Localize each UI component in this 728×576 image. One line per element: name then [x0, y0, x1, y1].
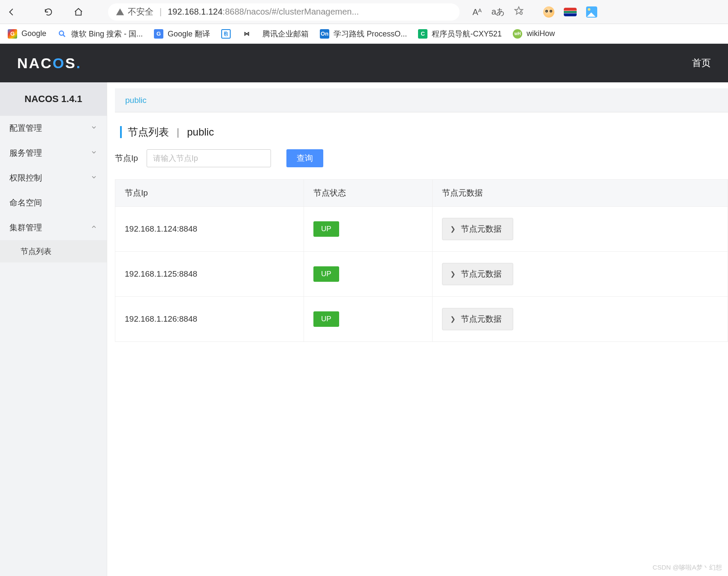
node-ip-input[interactable] [147, 149, 271, 167]
nacos-logo: NACOS. [17, 55, 81, 72]
sidebar-item-label: 服务管理 [9, 148, 42, 159]
home-icon[interactable] [74, 7, 83, 17]
sidebar: NACOS 1.4.1 配置管理 服务管理 权限控制 命名空间 集群管理 节点列… [0, 82, 107, 576]
table-row: 192.168.1.124:8848 UP ❯节点元数据 [115, 207, 728, 252]
bookmark-app1[interactable]: ⎘ [221, 29, 231, 39]
meta-expand-button[interactable]: ❯节点元数据 [442, 263, 513, 285]
tab-public[interactable]: public [125, 96, 147, 105]
sidebar-item-namespace[interactable]: 命名空间 [0, 190, 107, 215]
bookmarks-bar: GGoogle 微软 Bing 搜索 - 国... GGoogle 翻译 ⎘ ⋈… [0, 24, 728, 44]
translate-icon[interactable]: aあ [491, 6, 505, 18]
nav-home[interactable]: 首页 [692, 57, 711, 69]
cell-status: UP [304, 252, 433, 297]
bookmark-google-translate[interactable]: GGoogle 翻译 [154, 29, 210, 39]
sidebar-title: NACOS 1.4.1 [0, 82, 107, 116]
cell-ip: 192.168.1.125:8848 [115, 252, 304, 297]
addr-separator: | [159, 7, 162, 17]
chevron-right-icon: ❯ [450, 225, 456, 233]
col-meta: 节点元数据 [433, 180, 728, 207]
page-title: 节点列表 | public [120, 125, 728, 139]
insecure-label: 不安全 [128, 6, 153, 18]
address-bar[interactable]: 不安全 | 192.168.1.124:8688/nacos/#/cluster… [108, 3, 460, 21]
bookmark-app2[interactable]: ⋈ [242, 29, 251, 39]
sidebar-item-label: 命名空间 [9, 197, 42, 208]
chevron-down-icon [90, 124, 97, 133]
query-button[interactable]: 查询 [286, 149, 323, 167]
sidebar-item-label: 配置管理 [9, 123, 42, 134]
back-icon[interactable] [7, 7, 16, 17]
browser-toolbar: 不安全 | 192.168.1.124:8688/nacos/#/cluster… [0, 0, 728, 24]
bookmark-cxy521[interactable]: C程序员导航-CXY521 [418, 29, 502, 39]
sidebar-item-config[interactable]: 配置管理 [0, 116, 107, 141]
sidebar-sub-nodelist[interactable]: 节点列表 [0, 240, 107, 262]
col-status: 节点状态 [304, 180, 433, 207]
cell-meta: ❯节点元数据 [433, 207, 728, 252]
cell-ip: 192.168.1.126:8848 [115, 297, 304, 342]
app-header: NACOS. 首页 [0, 44, 728, 82]
page-namespace: public [187, 126, 214, 138]
title-separator: | [177, 126, 179, 138]
bookmark-tencent-mail[interactable]: 腾讯企业邮箱 [262, 29, 309, 39]
namespace-tabs: public [115, 88, 728, 112]
page-title-text: 节点列表 [128, 125, 169, 139]
table-header-row: 节点Ip 节点状态 节点元数据 [115, 180, 728, 207]
sidebar-item-label: 集群管理 [9, 222, 42, 233]
flag-icon[interactable] [564, 8, 577, 16]
cell-status: UP [304, 297, 433, 342]
favorite-icon[interactable] [514, 6, 523, 18]
filter-label-ip: 节点Ip [115, 153, 138, 164]
profile-avatar-icon[interactable] [543, 6, 554, 18]
cell-meta: ❯节点元数据 [433, 297, 728, 342]
cell-meta: ❯节点元数据 [433, 252, 728, 297]
chevron-right-icon: ❯ [450, 315, 456, 323]
sidebar-item-service[interactable]: 服务管理 [0, 141, 107, 166]
chevron-right-icon: ❯ [450, 270, 456, 278]
chevron-down-icon [90, 173, 97, 183]
reading-mode-icon[interactable]: Aᴬ [472, 7, 482, 17]
status-badge: UP [313, 311, 339, 327]
table-row: 192.168.1.125:8848 UP ❯节点元数据 [115, 252, 728, 297]
meta-expand-button[interactable]: ❯节点元数据 [442, 218, 513, 240]
search-icon [57, 29, 67, 39]
bookmark-wikihow[interactable]: wHwikiHow [513, 29, 555, 39]
url-text: 192.168.1.124:8688/nacos/#/clusterManage… [168, 7, 446, 17]
photos-icon[interactable] [586, 6, 597, 18]
sidebar-item-permission[interactable]: 权限控制 [0, 166, 107, 190]
toolbar-right: Aᴬ aあ [472, 6, 597, 18]
bookmark-google[interactable]: GGoogle [8, 29, 46, 39]
main-content: public 节点列表 | public 节点Ip 查询 节点Ip 节点状态 节… [107, 82, 728, 576]
refresh-icon[interactable] [44, 7, 53, 17]
col-ip: 节点Ip [115, 180, 304, 207]
bookmark-processon[interactable]: On学习路线 ProcessO... [320, 29, 407, 39]
table-row: 192.168.1.126:8848 UP ❯节点元数据 [115, 297, 728, 342]
node-table: 节点Ip 节点状态 节点元数据 192.168.1.124:8848 UP ❯节… [115, 179, 728, 342]
warning-icon [116, 8, 124, 16]
bookmark-bing[interactable]: 微软 Bing 搜索 - 国... [57, 29, 143, 39]
filter-row: 节点Ip 查询 [115, 149, 728, 167]
cell-ip: 192.168.1.124:8848 [115, 207, 304, 252]
status-badge: UP [313, 221, 339, 237]
app-body: NACOS 1.4.1 配置管理 服务管理 权限控制 命名空间 集群管理 节点列… [0, 82, 728, 576]
sidebar-item-cluster[interactable]: 集群管理 [0, 215, 107, 240]
svg-point-2 [59, 31, 63, 35]
title-bar-accent [120, 126, 122, 138]
chevron-down-icon [90, 148, 97, 158]
watermark: CSDN @哆啦A梦丶幻想 [653, 564, 722, 572]
sidebar-item-label: 权限控制 [9, 172, 42, 184]
status-badge: UP [313, 266, 339, 282]
cell-status: UP [304, 207, 433, 252]
chevron-up-icon [90, 223, 97, 232]
insecure-badge: 不安全 [116, 6, 153, 18]
meta-expand-button[interactable]: ❯节点元数据 [442, 308, 513, 330]
